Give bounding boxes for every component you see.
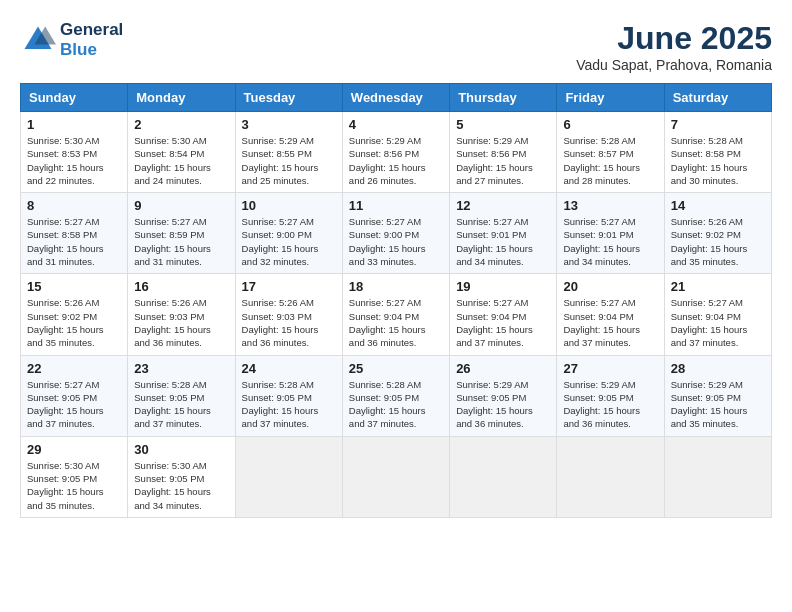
day-info: Sunrise: 5:27 AM Sunset: 9:04 PM Dayligh…: [456, 296, 550, 349]
day-info: Sunrise: 5:29 AM Sunset: 9:05 PM Dayligh…: [456, 378, 550, 431]
calendar-cell: 29 Sunrise: 5:30 AM Sunset: 9:05 PM Dayl…: [21, 436, 128, 517]
logo-icon: [20, 22, 56, 58]
calendar-week-3: 15 Sunrise: 5:26 AM Sunset: 9:02 PM Dayl…: [21, 274, 772, 355]
day-info: Sunrise: 5:26 AM Sunset: 9:03 PM Dayligh…: [242, 296, 336, 349]
day-number: 16: [134, 279, 228, 294]
day-number: 4: [349, 117, 443, 132]
day-info: Sunrise: 5:27 AM Sunset: 8:58 PM Dayligh…: [27, 215, 121, 268]
day-number: 18: [349, 279, 443, 294]
header-thursday: Thursday: [450, 84, 557, 112]
day-info: Sunrise: 5:26 AM Sunset: 9:03 PM Dayligh…: [134, 296, 228, 349]
day-number: 26: [456, 361, 550, 376]
header-saturday: Saturday: [664, 84, 771, 112]
day-number: 20: [563, 279, 657, 294]
calendar-week-4: 22 Sunrise: 5:27 AM Sunset: 9:05 PM Dayl…: [21, 355, 772, 436]
day-info: Sunrise: 5:29 AM Sunset: 8:55 PM Dayligh…: [242, 134, 336, 187]
day-number: 2: [134, 117, 228, 132]
day-number: 11: [349, 198, 443, 213]
calendar-week-5: 29 Sunrise: 5:30 AM Sunset: 9:05 PM Dayl…: [21, 436, 772, 517]
day-info: Sunrise: 5:27 AM Sunset: 9:04 PM Dayligh…: [349, 296, 443, 349]
day-number: 24: [242, 361, 336, 376]
calendar-cell: 18 Sunrise: 5:27 AM Sunset: 9:04 PM Dayl…: [342, 274, 449, 355]
day-number: 13: [563, 198, 657, 213]
calendar-cell: 27 Sunrise: 5:29 AM Sunset: 9:05 PM Dayl…: [557, 355, 664, 436]
calendar-cell: [450, 436, 557, 517]
day-number: 25: [349, 361, 443, 376]
day-info: Sunrise: 5:30 AM Sunset: 8:53 PM Dayligh…: [27, 134, 121, 187]
day-info: Sunrise: 5:26 AM Sunset: 9:02 PM Dayligh…: [671, 215, 765, 268]
day-info: Sunrise: 5:27 AM Sunset: 9:01 PM Dayligh…: [563, 215, 657, 268]
day-info: Sunrise: 5:29 AM Sunset: 8:56 PM Dayligh…: [456, 134, 550, 187]
day-info: Sunrise: 5:29 AM Sunset: 9:05 PM Dayligh…: [671, 378, 765, 431]
calendar-title: June 2025: [576, 20, 772, 57]
logo-text: General Blue: [60, 20, 123, 59]
calendar-cell: 14 Sunrise: 5:26 AM Sunset: 9:02 PM Dayl…: [664, 193, 771, 274]
calendar-cell: [235, 436, 342, 517]
day-number: 12: [456, 198, 550, 213]
calendar-cell: [557, 436, 664, 517]
calendar-cell: 5 Sunrise: 5:29 AM Sunset: 8:56 PM Dayli…: [450, 112, 557, 193]
day-number: 7: [671, 117, 765, 132]
day-info: Sunrise: 5:30 AM Sunset: 8:54 PM Dayligh…: [134, 134, 228, 187]
calendar-table: SundayMondayTuesdayWednesdayThursdayFrid…: [20, 83, 772, 518]
calendar-cell: 10 Sunrise: 5:27 AM Sunset: 9:00 PM Dayl…: [235, 193, 342, 274]
calendar-cell: 4 Sunrise: 5:29 AM Sunset: 8:56 PM Dayli…: [342, 112, 449, 193]
calendar-cell: [664, 436, 771, 517]
header-friday: Friday: [557, 84, 664, 112]
day-number: 27: [563, 361, 657, 376]
day-number: 14: [671, 198, 765, 213]
day-info: Sunrise: 5:28 AM Sunset: 9:05 PM Dayligh…: [134, 378, 228, 431]
calendar-cell: 21 Sunrise: 5:27 AM Sunset: 9:04 PM Dayl…: [664, 274, 771, 355]
day-info: Sunrise: 5:30 AM Sunset: 9:05 PM Dayligh…: [134, 459, 228, 512]
day-info: Sunrise: 5:27 AM Sunset: 9:00 PM Dayligh…: [242, 215, 336, 268]
day-info: Sunrise: 5:28 AM Sunset: 9:05 PM Dayligh…: [349, 378, 443, 431]
calendar-cell: 8 Sunrise: 5:27 AM Sunset: 8:58 PM Dayli…: [21, 193, 128, 274]
day-number: 22: [27, 361, 121, 376]
calendar-cell: 22 Sunrise: 5:27 AM Sunset: 9:05 PM Dayl…: [21, 355, 128, 436]
header-sunday: Sunday: [21, 84, 128, 112]
day-number: 6: [563, 117, 657, 132]
calendar-cell: 11 Sunrise: 5:27 AM Sunset: 9:00 PM Dayl…: [342, 193, 449, 274]
day-number: 29: [27, 442, 121, 457]
day-number: 28: [671, 361, 765, 376]
day-number: 3: [242, 117, 336, 132]
calendar-cell: 26 Sunrise: 5:29 AM Sunset: 9:05 PM Dayl…: [450, 355, 557, 436]
day-number: 9: [134, 198, 228, 213]
calendar-cell: 13 Sunrise: 5:27 AM Sunset: 9:01 PM Dayl…: [557, 193, 664, 274]
day-info: Sunrise: 5:27 AM Sunset: 9:04 PM Dayligh…: [563, 296, 657, 349]
calendar-week-1: 1 Sunrise: 5:30 AM Sunset: 8:53 PM Dayli…: [21, 112, 772, 193]
day-info: Sunrise: 5:28 AM Sunset: 8:57 PM Dayligh…: [563, 134, 657, 187]
header-wednesday: Wednesday: [342, 84, 449, 112]
calendar-header-row: SundayMondayTuesdayWednesdayThursdayFrid…: [21, 84, 772, 112]
calendar-cell: 23 Sunrise: 5:28 AM Sunset: 9:05 PM Dayl…: [128, 355, 235, 436]
day-info: Sunrise: 5:27 AM Sunset: 9:04 PM Dayligh…: [671, 296, 765, 349]
calendar-cell: 12 Sunrise: 5:27 AM Sunset: 9:01 PM Dayl…: [450, 193, 557, 274]
logo: General Blue: [20, 20, 123, 59]
day-info: Sunrise: 5:27 AM Sunset: 9:01 PM Dayligh…: [456, 215, 550, 268]
day-info: Sunrise: 5:27 AM Sunset: 8:59 PM Dayligh…: [134, 215, 228, 268]
header: General Blue June 2025 Vadu Sapat, Praho…: [20, 20, 772, 73]
calendar-subtitle: Vadu Sapat, Prahova, Romania: [576, 57, 772, 73]
calendar-cell: 19 Sunrise: 5:27 AM Sunset: 9:04 PM Dayl…: [450, 274, 557, 355]
calendar-cell: 7 Sunrise: 5:28 AM Sunset: 8:58 PM Dayli…: [664, 112, 771, 193]
calendar-cell: 3 Sunrise: 5:29 AM Sunset: 8:55 PM Dayli…: [235, 112, 342, 193]
day-number: 1: [27, 117, 121, 132]
day-number: 10: [242, 198, 336, 213]
calendar-cell: 20 Sunrise: 5:27 AM Sunset: 9:04 PM Dayl…: [557, 274, 664, 355]
header-monday: Monday: [128, 84, 235, 112]
day-info: Sunrise: 5:26 AM Sunset: 9:02 PM Dayligh…: [27, 296, 121, 349]
calendar-cell: [342, 436, 449, 517]
calendar-cell: 6 Sunrise: 5:28 AM Sunset: 8:57 PM Dayli…: [557, 112, 664, 193]
day-number: 23: [134, 361, 228, 376]
header-tuesday: Tuesday: [235, 84, 342, 112]
day-number: 21: [671, 279, 765, 294]
calendar-cell: 25 Sunrise: 5:28 AM Sunset: 9:05 PM Dayl…: [342, 355, 449, 436]
calendar-cell: 2 Sunrise: 5:30 AM Sunset: 8:54 PM Dayli…: [128, 112, 235, 193]
calendar-cell: 1 Sunrise: 5:30 AM Sunset: 8:53 PM Dayli…: [21, 112, 128, 193]
day-info: Sunrise: 5:27 AM Sunset: 9:00 PM Dayligh…: [349, 215, 443, 268]
day-info: Sunrise: 5:27 AM Sunset: 9:05 PM Dayligh…: [27, 378, 121, 431]
day-number: 15: [27, 279, 121, 294]
calendar-cell: 24 Sunrise: 5:28 AM Sunset: 9:05 PM Dayl…: [235, 355, 342, 436]
day-info: Sunrise: 5:29 AM Sunset: 9:05 PM Dayligh…: [563, 378, 657, 431]
day-number: 30: [134, 442, 228, 457]
